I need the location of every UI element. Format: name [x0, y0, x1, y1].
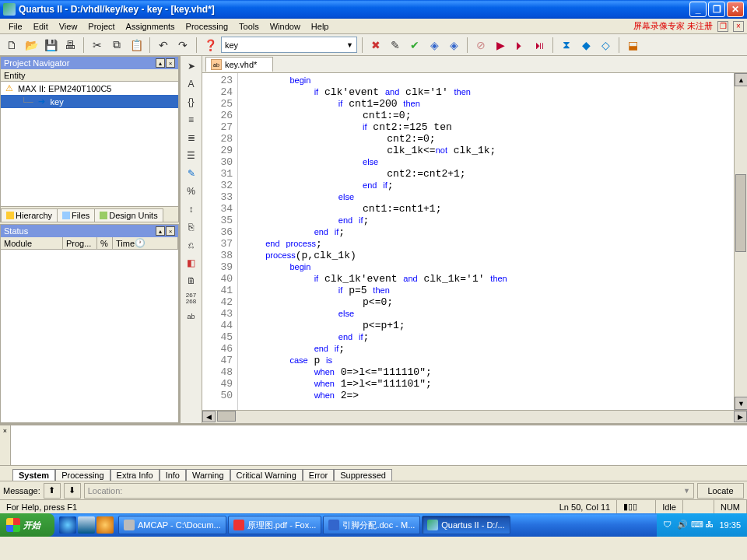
scroll-hthumb[interactable]	[217, 411, 236, 422]
prev-message-button[interactable]: ⬆	[44, 483, 61, 499]
left-panel: Project Navigator ▴ × Entity ⚠ MAX II: E…	[0, 56, 181, 423]
start-button[interactable]: 开始	[0, 513, 54, 537]
msg-tab-extra-info[interactable]: Extra Info	[110, 469, 160, 481]
cut-button[interactable]: ✂	[89, 37, 106, 54]
timing-button[interactable]: ⧗	[558, 37, 575, 54]
msg-tab-info[interactable]: Info	[160, 469, 186, 481]
ed-bookmark-icon[interactable]: ⎘	[183, 219, 200, 236]
locate-button[interactable]: Locate	[697, 483, 744, 499]
ed-brace-icon[interactable]: {}	[183, 93, 200, 110]
ql-ie-icon[interactable]	[59, 516, 76, 534]
pane-dock-icon[interactable]: ▴	[156, 58, 165, 68]
taskbar-item-quartus[interactable]: Quartus II - D:/...	[422, 516, 510, 534]
file-tab[interactable]: ab key.vhd*	[205, 57, 273, 72]
location-field[interactable]: Location:▼	[84, 483, 694, 499]
tray-icon-3[interactable]: ⌨	[691, 520, 702, 530]
menu-project[interactable]: Project	[82, 20, 120, 33]
settings-button[interactable]: ✖	[367, 37, 384, 54]
menu-file[interactable]: File	[3, 20, 28, 33]
ed-columns-icon[interactable]: 267268	[183, 290, 200, 307]
status-dock-icon[interactable]: ▴	[156, 226, 165, 236]
menu-tools[interactable]: Tools	[233, 20, 265, 33]
chip2-button[interactable]: ◇	[597, 37, 614, 54]
msg-tab-system[interactable]: System	[12, 469, 55, 481]
scroll-down-icon[interactable]: ▼	[735, 397, 747, 410]
new-file-button[interactable]: 🗋	[3, 37, 20, 54]
compile-stack-button[interactable]: ◈	[445, 37, 462, 54]
code-content[interactable]: begin if clk'event and clk='1' then if c…	[238, 73, 734, 410]
run-timing-button[interactable]: ⏵	[511, 37, 528, 54]
system-tray[interactable]: 🛡 🔊 ⌨ 🖧 19:35	[657, 513, 747, 537]
run-sim-button[interactable]: ⏯	[531, 37, 548, 54]
menu-help[interactable]: Help	[306, 20, 335, 33]
minimize-button[interactable]: _	[689, 2, 707, 17]
tab-design-units[interactable]: Design Units	[94, 208, 163, 222]
mdi-restore-icon[interactable]: ❐	[717, 21, 728, 32]
ed-text-icon[interactable]: A	[183, 75, 200, 93]
menu-view[interactable]: View	[54, 20, 83, 33]
vertical-scrollbar[interactable]: ▲ ▼	[734, 73, 747, 410]
ed-indent-icon[interactable]: ≡	[183, 111, 200, 128]
next-message-button[interactable]: ⬇	[64, 483, 81, 499]
save-button[interactable]: 💾	[42, 37, 59, 54]
compile-all-button[interactable]: ◈	[426, 37, 443, 54]
menu-processing[interactable]: Processing	[181, 20, 233, 33]
entity-row[interactable]: └─ ➔ key	[1, 95, 178, 108]
menu-edit[interactable]: Edit	[28, 20, 54, 33]
scroll-thumb[interactable]	[735, 174, 746, 252]
messages-close-icon[interactable]: ×	[0, 425, 11, 465]
pane-close-icon[interactable]: ×	[166, 58, 175, 68]
msg-tab-critical-warning[interactable]: Critical Warning	[230, 469, 303, 481]
tray-icon-4[interactable]: 🖧	[705, 520, 716, 530]
ql-media-icon[interactable]	[96, 516, 114, 534]
tab-hierarchy[interactable]: Hierarchy	[1, 208, 58, 222]
scroll-left-icon[interactable]: ◀	[202, 411, 216, 422]
menu-window[interactable]: Window	[265, 20, 306, 33]
ed-doc-icon[interactable]: 🗎	[183, 272, 200, 289]
ed-ab-icon[interactable]: ab	[183, 308, 200, 325]
ed-outdent-icon[interactable]: ≣	[183, 129, 200, 146]
close-button[interactable]: ✕	[727, 2, 744, 17]
copy-button[interactable]: ⧉	[108, 37, 125, 54]
tab-files[interactable]: Files	[57, 208, 95, 222]
taskbar-item-pdf[interactable]: 原理图.pdf - Fox...	[228, 516, 322, 534]
msg-tab-suppressed[interactable]: Suppressed	[334, 469, 392, 481]
scroll-up-icon[interactable]: ▲	[735, 73, 747, 86]
ed-cursor-icon[interactable]: ➤	[183, 58, 200, 75]
taskbar-item-amcap[interactable]: AMCAP - C:\Docum...	[118, 516, 226, 534]
ed-find-icon[interactable]: %	[183, 183, 200, 200]
menu-assignments[interactable]: Assignments	[121, 20, 181, 33]
ed-replace-icon[interactable]: ↕	[183, 201, 200, 218]
msg-tab-processing[interactable]: Processing	[55, 469, 110, 481]
status-close-icon[interactable]: ×	[166, 226, 175, 236]
paste-button[interactable]: 📋	[128, 37, 145, 54]
mdi-close-icon[interactable]: ×	[733, 21, 744, 32]
scroll-right-icon[interactable]: ▶	[734, 411, 747, 422]
msg-tab-warning[interactable]: Warning	[186, 469, 230, 481]
code-area[interactable]: 23 24 25 26 27 28 29 30 31 32 33 34 35 3…	[202, 73, 747, 410]
ed-comment-icon[interactable]: ⎌	[183, 236, 200, 254]
msg-tab-error[interactable]: Error	[303, 469, 334, 481]
whats-this-button[interactable]: ❓	[202, 37, 219, 54]
ed-template-icon[interactable]: ◧	[183, 254, 200, 271]
stop-button[interactable]: ⊘	[472, 37, 489, 54]
horizontal-scrollbar[interactable]: ◀ ▶	[202, 410, 747, 423]
programmer-button[interactable]: ⬓	[624, 37, 641, 54]
ed-pencil-icon[interactable]: ✎	[183, 165, 200, 182]
wand-button[interactable]: ✎	[387, 37, 404, 54]
compile-check-button[interactable]: ✔	[406, 37, 423, 54]
entity-selector[interactable]: key ▼	[221, 37, 357, 53]
tray-icon-1[interactable]: 🛡	[663, 520, 674, 530]
redo-button[interactable]: ↷	[174, 37, 191, 54]
tray-icon-2[interactable]: 🔊	[677, 520, 688, 530]
taskbar-item-doc[interactable]: 引脚分配.doc - M...	[323, 516, 420, 534]
undo-button[interactable]: ↶	[155, 37, 172, 54]
run-button[interactable]: ▶	[492, 37, 509, 54]
ql-desktop-icon[interactable]	[78, 516, 95, 534]
chip-button[interactable]: ◆	[577, 37, 594, 54]
ed-list-icon[interactable]: ☰	[183, 147, 200, 164]
print-button[interactable]: 🖶	[61, 37, 79, 54]
open-file-button[interactable]: 📂	[23, 37, 40, 54]
device-row[interactable]: ⚠ MAX II: EPM240T100C5	[1, 82, 178, 95]
maximize-button[interactable]: ❐	[708, 2, 725, 17]
